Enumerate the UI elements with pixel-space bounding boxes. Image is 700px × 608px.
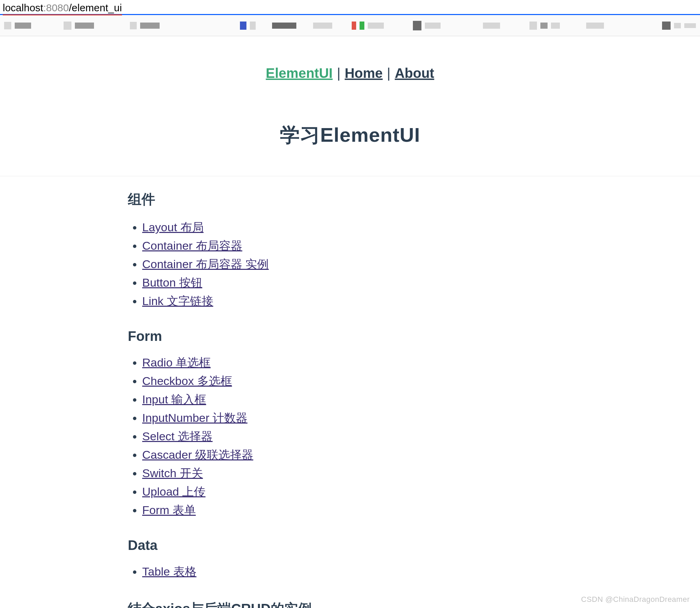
- url-bar[interactable]: localhost:8080/element_ui: [0, 0, 700, 15]
- link-select[interactable]: Select 选择器: [142, 430, 213, 443]
- bookmark-item[interactable]: [483, 23, 500, 29]
- bookmark-item[interactable]: [272, 23, 296, 29]
- bookmark-item[interactable]: [368, 23, 384, 29]
- bookmark-icon[interactable]: [352, 22, 356, 30]
- link-container-example[interactable]: Container 布局容器 实例: [142, 258, 269, 271]
- list-item: Table 表格: [142, 564, 572, 580]
- bookmark-item[interactable]: [75, 23, 94, 29]
- link-list-data: Table 表格: [128, 564, 572, 580]
- link-input[interactable]: Input 输入框: [142, 393, 206, 406]
- list-item: Cascader 级联选择器: [142, 447, 572, 463]
- list-item: Container 布局容器: [142, 238, 572, 254]
- bookmark-icon[interactable]: [240, 22, 246, 30]
- link-checkbox[interactable]: Checkbox 多选框: [142, 374, 232, 387]
- url-host: localhost: [3, 2, 43, 13]
- list-item: Button 按钮: [142, 275, 572, 291]
- bookmark-item[interactable]: [140, 23, 159, 29]
- bookmark-item[interactable]: [15, 23, 31, 29]
- content-area: 组件 Layout 布局 Container 布局容器 Container 布局…: [128, 176, 572, 608]
- list-item: Link 文字链接: [142, 293, 572, 309]
- bookmark-item[interactable]: [674, 23, 681, 28]
- list-item: Switch 开关: [142, 466, 572, 481]
- link-upload[interactable]: Upload 上传: [142, 485, 205, 498]
- bookmark-icon[interactable]: [64, 22, 71, 30]
- list-item: InputNumber 计数器: [142, 410, 572, 426]
- bookmark-item[interactable]: [684, 23, 696, 28]
- link-switch[interactable]: Switch 开关: [142, 467, 203, 480]
- bookmark-item[interactable]: [586, 23, 604, 29]
- nav-link-elementui[interactable]: ElementUI: [266, 66, 333, 81]
- section-heading-data: Data: [128, 538, 572, 553]
- bookmarks-toolbar[interactable]: [0, 15, 700, 36]
- bookmark-item[interactable]: [551, 23, 560, 29]
- bookmark-icon[interactable]: [250, 22, 256, 30]
- list-item: Form 表单: [142, 502, 572, 518]
- bookmark-icon[interactable]: [662, 22, 670, 30]
- list-item: Container 布局容器 实例: [142, 257, 572, 272]
- list-item: Upload 上传: [142, 484, 572, 500]
- bookmark-icon[interactable]: [360, 22, 364, 30]
- list-item: Layout 布局: [142, 220, 572, 235]
- bookmark-icon[interactable]: [413, 21, 421, 30]
- page-title: 学习ElementUI: [0, 122, 700, 149]
- list-item: Checkbox 多选框: [142, 373, 572, 389]
- url-port: :8080: [43, 2, 69, 13]
- link-table[interactable]: Table 表格: [142, 565, 197, 578]
- list-item: Radio 单选框: [142, 355, 572, 371]
- list-item: Select 选择器: [142, 429, 572, 444]
- url-text: localhost:8080/element_ui: [3, 2, 122, 15]
- watermark: CSDN @ChinaDragonDreamer: [581, 595, 690, 604]
- link-form[interactable]: Form 表单: [142, 503, 196, 516]
- section-heading-axios-crud: 结合axios与后端CRUD的实例: [128, 599, 572, 608]
- link-button[interactable]: Button 按钮: [142, 276, 202, 289]
- link-list-components: Layout 布局 Container 布局容器 Container 布局容器 …: [128, 220, 572, 309]
- link-link[interactable]: Link 文字链接: [142, 294, 213, 307]
- list-item: Input 输入框: [142, 392, 572, 407]
- bookmark-icon[interactable]: [4, 22, 11, 29]
- top-nav: ElementUI | Home | About: [0, 66, 700, 81]
- link-container[interactable]: Container 布局容器: [142, 239, 242, 252]
- link-layout[interactable]: Layout 布局: [142, 221, 204, 234]
- nav-link-home[interactable]: Home: [345, 66, 382, 81]
- nav-separator: |: [384, 66, 393, 81]
- bookmark-item[interactable]: [313, 23, 332, 29]
- nav-separator: |: [334, 66, 343, 81]
- link-inputnumber[interactable]: InputNumber 计数器: [142, 411, 247, 424]
- bookmark-item[interactable]: [540, 23, 548, 29]
- bookmark-item[interactable]: [425, 23, 441, 29]
- section-heading-form: Form: [128, 329, 572, 344]
- bookmark-icon[interactable]: [130, 22, 137, 29]
- section-heading-components: 组件: [128, 190, 572, 209]
- link-cascader[interactable]: Cascader 级联选择器: [142, 448, 253, 461]
- url-path: /element_ui: [69, 2, 122, 13]
- link-list-form: Radio 单选框 Checkbox 多选框 Input 输入框 InputNu…: [128, 355, 572, 518]
- bookmark-icon[interactable]: [529, 22, 537, 30]
- link-radio[interactable]: Radio 单选框: [142, 356, 211, 369]
- nav-link-about[interactable]: About: [395, 66, 434, 81]
